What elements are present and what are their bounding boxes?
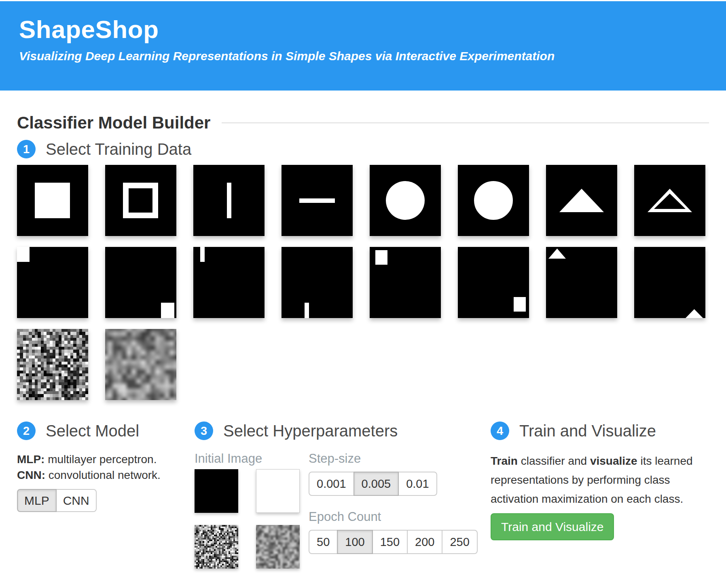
small-plus-icon [514, 297, 526, 312]
step-3-label: Select Hyperparameters [223, 422, 398, 440]
epoch-100-button[interactable]: 100 [337, 530, 373, 554]
training-thumb-noise-fine[interactable] [17, 329, 88, 400]
training-thumb-small-plus-top-left[interactable] [370, 247, 441, 318]
step-4-badge: 4 [491, 422, 509, 440]
step-3-heading: 3 Select Hyperparameters [195, 422, 478, 440]
training-thumb-square-filled[interactable] [17, 165, 88, 236]
noise-fine-image [17, 329, 88, 400]
triangle-outline-icon [648, 189, 692, 212]
training-row-shapes [17, 165, 709, 236]
training-thumb-small-line-bottom-right[interactable] [282, 247, 353, 318]
hyperparameter-controls: Step-size 0.001 0.005 0.01 Epoch Count 5… [309, 451, 478, 569]
main-content: Classifier Model Builder 1 Select Traini… [0, 113, 726, 569]
step-1-heading: 1 Select Training Data [17, 140, 709, 158]
triangle-filled-icon [559, 189, 604, 212]
initial-image-grid [195, 469, 300, 569]
epoch-150-button[interactable]: 150 [372, 530, 408, 554]
step-size-group: 0.001 0.005 0.01 [309, 472, 437, 496]
line-vertical-icon [227, 183, 231, 218]
cnn-text: convolutional network. [45, 469, 161, 481]
initial-image-white[interactable] [256, 469, 300, 513]
app-subtitle: Visualizing Deep Learning Representation… [19, 49, 726, 63]
step-2-heading: 2 Select Model [17, 422, 178, 440]
initial-image-noise-smooth[interactable] [256, 525, 300, 569]
step-1-label: Select Training Data [46, 140, 191, 158]
cnn-button[interactable]: CNN [56, 489, 97, 512]
page-title: Classifier Model Builder [17, 113, 210, 133]
step-2-badge: 2 [17, 422, 36, 440]
training-thumb-line-vertical[interactable] [193, 165, 265, 236]
model-descriptions: MLP: multilayer perceptron. CNN: convolu… [17, 451, 178, 483]
training-thumb-small-triangle-bottom-right[interactable] [634, 247, 705, 318]
training-data-grid [17, 165, 709, 400]
mlp-button[interactable]: MLP [17, 489, 57, 512]
initial-image-black[interactable] [195, 469, 238, 513]
square-outline-icon [123, 183, 158, 218]
small-triangle-icon [548, 249, 566, 259]
app-title: ShapeShop [19, 1, 726, 44]
noise-smooth-image [256, 525, 300, 569]
epoch-count-group: 50 100 150 200 250 [309, 530, 478, 554]
initial-image-block: Initial Image [195, 451, 300, 569]
training-thumb-small-plus-bottom-right[interactable] [458, 247, 529, 318]
line-horizontal-icon [299, 198, 335, 203]
training-row-noise [17, 329, 709, 400]
initial-image-noise-fine[interactable] [195, 525, 238, 569]
section-title-row: Classifier Model Builder [17, 113, 709, 133]
step-size-0.01-button[interactable]: 0.01 [398, 472, 437, 496]
step-size-label: Step-size [309, 451, 478, 466]
training-thumb-square-outline[interactable] [105, 165, 176, 236]
epoch-count-label: Epoch Count [309, 510, 478, 524]
train-word: Train [491, 455, 518, 467]
app-header: ShapeShop Visualizing Deep Learning Repr… [0, 1, 726, 91]
step-size-0.005-button[interactable]: 0.005 [353, 472, 399, 496]
small-square-icon [17, 247, 30, 262]
cnn-description: CNN: convolutional network. [17, 467, 178, 483]
train-description: Train classifier and visualize its learn… [491, 451, 712, 508]
train-and-visualize-button[interactable]: Train and Visualize [491, 513, 614, 540]
epoch-200-button[interactable]: 200 [407, 530, 442, 554]
training-thumb-small-line-top-left[interactable] [193, 247, 265, 318]
mlp-description: MLP: multilayer perceptron. [17, 451, 178, 467]
page: ShapeShop Visualizing Deep Learning Repr… [0, 0, 726, 588]
circle-filled-icon [386, 181, 425, 220]
noise-smooth-image [105, 329, 176, 400]
noise-fine-image [195, 525, 238, 569]
step-size-0.001-button[interactable]: 0.001 [309, 472, 354, 496]
training-thumb-line-horizontal[interactable] [282, 165, 353, 236]
circle-outline-icon [474, 181, 513, 220]
small-line-icon [200, 247, 205, 262]
step-4-label: Train and Visualize [519, 422, 656, 440]
initial-image-label: Initial Image [195, 451, 300, 466]
training-row-corner-shapes [17, 247, 709, 318]
step-1-badge: 1 [17, 140, 36, 158]
step-2-label: Select Model [46, 422, 139, 440]
model-toggle-group: MLP CNN [17, 489, 97, 512]
training-thumb-small-triangle-top-left[interactable] [546, 247, 617, 318]
cnn-term: CNN: [17, 469, 45, 481]
square-filled-icon [35, 183, 70, 218]
epoch-250-button[interactable]: 250 [442, 530, 477, 554]
mlp-term: MLP: [17, 453, 44, 466]
select-hyperparameters-section: 3 Select Hyperparameters Initial Image [195, 422, 478, 569]
small-plus-icon [375, 250, 387, 265]
train-and-visualize-section: 4 Train and Visualize Train classifier a… [491, 422, 712, 540]
training-thumb-triangle-outline[interactable] [634, 165, 705, 236]
visualize-word: visualize [590, 455, 637, 467]
training-thumb-small-square-top-left[interactable] [17, 247, 88, 318]
select-model-section: 2 Select Model MLP: multilayer perceptro… [17, 422, 178, 512]
hyperparameters-body: Initial Image Step-size 0.001 0.005 [195, 451, 478, 569]
divider [222, 122, 709, 123]
step-4-heading: 4 Train and Visualize [491, 422, 712, 440]
small-square-icon [161, 303, 174, 318]
training-thumb-triangle-filled[interactable] [546, 165, 617, 236]
mlp-text: multilayer perceptron. [44, 453, 157, 466]
step-3-badge: 3 [195, 422, 213, 440]
training-thumb-small-square-bottom-right[interactable] [105, 247, 176, 318]
small-line-icon [305, 303, 309, 318]
training-thumb-circle-filled[interactable] [370, 165, 441, 236]
bottom-sections: 2 Select Model MLP: multilayer perceptro… [17, 422, 709, 569]
training-thumb-noise-smooth[interactable] [105, 329, 176, 400]
epoch-50-button[interactable]: 50 [309, 530, 338, 554]
training-thumb-circle-outline[interactable] [458, 165, 529, 236]
